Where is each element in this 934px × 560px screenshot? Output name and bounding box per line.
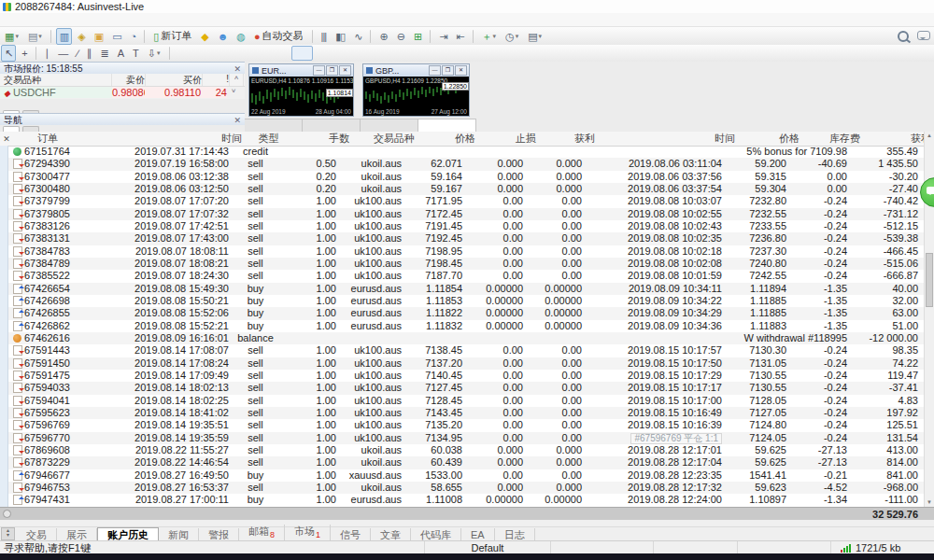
menu-file[interactable] bbox=[0, 13, 17, 26]
bar-chart-button[interactable]: ||| ▾ bbox=[318, 28, 331, 45]
arrows-tool[interactable]: ⇩ ▾ bbox=[144, 45, 164, 62]
history-row[interactable]: 67462616 2019.08.09 16:16:01 balance -12… bbox=[0, 332, 934, 344]
history-row[interactable]: 67383126 2019.08.07 17:42:51 sell 1.00 u… bbox=[0, 220, 934, 232]
history-row[interactable]: 67384783 2019.08.07 18:08:11 sell 1.00 u… bbox=[0, 245, 934, 258]
history-row[interactable]: 67300480 2019.08.06 03:12:50 sell 0.20 u… bbox=[0, 183, 934, 195]
history-row[interactable]: 67594033 2019.08.14 18:02:13 sell 1.00 u… bbox=[0, 382, 934, 394]
history-row[interactable]: 67379805 2019.08.07 17:07:32 sell 1.00 u… bbox=[0, 208, 934, 220]
chart-tab-eurusd[interactable] bbox=[245, 119, 303, 132]
history-row[interactable]: 67869608 2019.08.22 11:55:27 sell 1.00 u… bbox=[0, 444, 934, 456]
menu-view[interactable] bbox=[17, 13, 34, 26]
tab-experts[interactable]: EA bbox=[461, 528, 495, 541]
scroll-up-icon[interactable]: ▲ bbox=[925, 132, 934, 140]
history-row[interactable]: 67300477 2019.08.06 03:12:38 sell 0.20 u… bbox=[0, 171, 934, 183]
metaeditor-button[interactable]: ◆ ▾ bbox=[197, 28, 211, 45]
strategy-tester-toggle[interactable]: ◔ ▾ bbox=[127, 28, 140, 45]
toolbar-button[interactable]: ▾ bbox=[312, 30, 313, 43]
scroll-down-icon[interactable]: ▼ bbox=[925, 498, 934, 507]
history-row[interactable]: 67873229 2019.08.22 14:46:54 sell 1.00 u… bbox=[0, 456, 934, 469]
history-row[interactable]: 67426698 2019.08.08 15:50:21 buy 1.00 eu… bbox=[0, 295, 934, 307]
history-row[interactable]: 67591443 2019.08.14 17:08:07 sell 1.00 u… bbox=[0, 344, 934, 357]
navigator-toggle[interactable]: ▣ ▾ bbox=[91, 28, 106, 45]
status-connection[interactable]: 1721/5 kb bbox=[831, 541, 934, 554]
scroll-up-icon[interactable]: ˄ bbox=[230, 74, 244, 86]
column-open-price[interactable]: 价格 bbox=[415, 132, 475, 146]
tab-exposure[interactable]: 展示 bbox=[57, 528, 97, 541]
timeframe-h1[interactable] bbox=[268, 46, 290, 61]
column-order[interactable]: 订单 bbox=[37, 132, 97, 146]
chart-tab-usdchf[interactable] bbox=[303, 119, 361, 132]
history-row[interactable]: 67591475 2019.08.14 17:09:49 sell 1.00 u… bbox=[0, 370, 934, 382]
chart-canvas[interactable]: EURUSD,H4 1.10876 1.10916 1.11530 1.1081… bbox=[249, 77, 353, 116]
trendline-tool[interactable]: ∕ ▾ bbox=[73, 45, 81, 62]
column-profit[interactable]: 获利 bbox=[860, 132, 931, 146]
chat-button[interactable] bbox=[915, 29, 934, 42]
status-profile[interactable]: Default bbox=[425, 541, 551, 554]
toolbar-button[interactable]: ▾ bbox=[50, 30, 51, 43]
column-type[interactable]: 类型 bbox=[242, 132, 295, 146]
scrollbar-thumb[interactable] bbox=[926, 253, 933, 307]
chart-canvas[interactable]: GBPUSD,H4 1.21609 1.22850 1.22850 16 Aug… bbox=[363, 77, 469, 116]
drawing-tool-button[interactable]: ▾ bbox=[35, 47, 36, 60]
history-row[interactable]: 67946677 2019.08.27 16:49:50 buy 1.00 xa… bbox=[0, 469, 934, 482]
toolbar-button[interactable]: ▾ bbox=[370, 30, 371, 43]
templates-button[interactable]: ▤ ▾ bbox=[524, 28, 545, 45]
toolbar-button[interactable]: ▾ bbox=[144, 30, 145, 43]
tab-journal[interactable]: 日志 bbox=[495, 528, 535, 541]
terminal-toggle[interactable]: ▭ ▾ bbox=[108, 28, 124, 45]
chart-shift-button[interactable]: ⇤ ▾ bbox=[452, 28, 467, 45]
market-watch-toggle[interactable]: ▥ ▾ bbox=[56, 28, 72, 45]
column-symbol[interactable]: 交易品种 bbox=[0, 74, 112, 86]
menu-tools[interactable] bbox=[67, 13, 84, 26]
menu-help[interactable] bbox=[101, 13, 118, 26]
new-chart-button[interactable]: ▦ ▾ bbox=[1, 28, 22, 45]
history-row[interactable]: 67384789 2019.08.07 18:08:21 sell 1.00 u… bbox=[0, 258, 934, 270]
tab-scroll-control[interactable]: ▴▾ bbox=[1, 527, 15, 540]
column-bid[interactable]: 卖价 bbox=[112, 74, 146, 86]
community-button[interactable]: ☻ ▾ bbox=[214, 28, 232, 45]
tab-articles[interactable]: 文章 bbox=[371, 528, 411, 541]
timeframe-m15[interactable] bbox=[221, 46, 243, 61]
tab-mailbox[interactable]: 邮箱8 bbox=[239, 525, 285, 541]
candlestick-button[interactable]: ▮▯ ▾ bbox=[332, 28, 348, 45]
periods-button[interactable]: ◷ ▾ bbox=[502, 28, 522, 45]
toolbar-button[interactable]: ▾ bbox=[473, 30, 474, 43]
zoom-in-button[interactable]: ⊕ ▾ bbox=[375, 28, 390, 45]
vertical-line-tool[interactable]: ∣ ▾ bbox=[41, 45, 53, 62]
history-row[interactable]: 67383131 2019.08.07 17:43:00 sell 1.00 u… bbox=[0, 232, 934, 245]
tab-account-history[interactable]: 账户历史 bbox=[97, 527, 159, 541]
data-window-toggle[interactable]: ◈ ▾ bbox=[74, 28, 88, 45]
fibonacci-tool[interactable]: ≣ ▾ bbox=[97, 45, 112, 62]
timeframe-m5[interactable] bbox=[198, 46, 219, 61]
timeframe-w1[interactable] bbox=[338, 46, 360, 61]
restore-icon[interactable]: ❐ bbox=[442, 65, 454, 76]
chart-window-titlebar[interactable]: EUR... — ❐ ✕ bbox=[249, 64, 353, 77]
column-close-time[interactable]: 时间 bbox=[595, 132, 735, 146]
profiles-button[interactable]: ▤ ▾ bbox=[24, 28, 46, 45]
tab-alerts[interactable]: 警报 bbox=[199, 528, 239, 541]
column-open-time[interactable]: 时间 bbox=[97, 132, 242, 146]
column-lots[interactable]: 手数 bbox=[295, 132, 349, 146]
drawing-tool-button[interactable]: ▾ bbox=[169, 47, 170, 60]
history-row[interactable]: 67379799 2019.08.07 17:07:20 sell 1.00 u… bbox=[0, 195, 934, 207]
web-button[interactable]: ◍ ▾ bbox=[233, 28, 248, 45]
close-icon[interactable]: ✕ bbox=[234, 116, 241, 125]
history-row[interactable]: 67426855 2019.08.08 15:52:06 buy 1.00 eu… bbox=[0, 307, 934, 319]
chart-tab-gbpusd[interactable] bbox=[361, 119, 418, 132]
column-close-price[interactable]: 价格 bbox=[735, 132, 800, 146]
history-row[interactable]: 67385522 2019.08.07 18:24:30 sell 1.00 u… bbox=[0, 270, 934, 282]
search-button[interactable] bbox=[898, 29, 913, 44]
timeframe-mn[interactable] bbox=[361, 46, 383, 61]
chart-window-gbpusd[interactable]: GBP... — ❐ ✕ GBPUSD,H4 1.21609 1.22850 1… bbox=[362, 63, 470, 117]
history-row[interactable]: 67596769 2019.08.14 19:35:51 sell 1.00 u… bbox=[0, 419, 934, 431]
tab-market[interactable]: 市场1 bbox=[285, 525, 331, 541]
channel-tool[interactable]: ∥ ▾ bbox=[83, 45, 95, 62]
tile-windows-button[interactable]: ⊞ ▾ bbox=[410, 28, 425, 45]
column-symbol[interactable]: 交易品种 bbox=[349, 132, 415, 146]
history-row[interactable]: 67595623 2019.08.14 18:41:02 sell 1.00 u… bbox=[0, 407, 934, 419]
market-watch-row-usdchf[interactable]: ◆USDCHF 0.98086 0.98110 24 ˅ bbox=[0, 87, 245, 98]
tab-code-base[interactable]: 代码库 bbox=[411, 528, 461, 541]
column-spread[interactable]: ! bbox=[203, 74, 230, 86]
history-row[interactable]: 67426862 2019.08.08 15:52:21 buy 1.00 eu… bbox=[0, 320, 934, 332]
cursor-tool[interactable]: ↖ ▾ bbox=[1, 45, 16, 62]
